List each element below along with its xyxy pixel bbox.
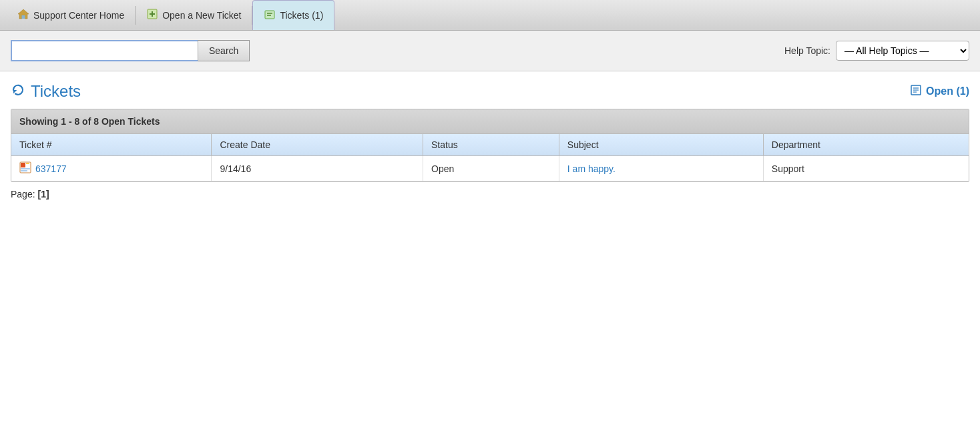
nav-open-new-ticket[interactable]: Open a New Ticket	[136, 0, 252, 30]
search-input[interactable]	[11, 40, 198, 61]
tickets-heading-row: Tickets Open (1)	[11, 82, 969, 101]
svg-rect-14	[21, 163, 25, 167]
nav-tickets-label: Tickets (1)	[280, 10, 323, 21]
search-form: Search	[11, 40, 250, 61]
home-icon	[17, 8, 29, 22]
help-topic-label: Help Topic:	[784, 45, 830, 56]
tickets-table-wrapper: Showing 1 - 8 of 8 Open Tickets Ticket #…	[11, 109, 969, 182]
main-content: Tickets Open (1) Showing 1 - 8 of 8 Open…	[0, 71, 980, 210]
ticket-number-cell: 637177	[11, 156, 212, 181]
page-indicator: Page: [1]	[11, 189, 969, 199]
table-summary: Showing 1 - 8 of 8 Open Tickets	[11, 109, 969, 134]
nav-home-label: Support Center Home	[33, 10, 124, 21]
col-status: Status	[423, 134, 559, 156]
col-subject: Subject	[559, 134, 763, 156]
svg-marker-8	[13, 90, 17, 93]
col-ticket-number: Ticket #	[11, 134, 212, 156]
open-badge[interactable]: Open (1)	[910, 84, 969, 99]
tickets-nav-icon	[264, 9, 276, 23]
svg-rect-17	[21, 170, 27, 171]
open-badge-icon	[910, 84, 922, 99]
ticket-number-link[interactable]: 637177	[19, 161, 203, 175]
svg-rect-1	[22, 15, 25, 19]
col-create-date: Create Date	[212, 134, 423, 156]
nav-new-ticket-label: Open a New Ticket	[162, 10, 241, 21]
ticket-status-cell: Open	[423, 156, 559, 181]
nav-tickets[interactable]: Tickets (1)	[252, 0, 334, 30]
ticket-department-cell: Support	[763, 156, 969, 181]
ticket-date-cell: 9/14/16	[212, 156, 423, 181]
tickets-table: Ticket # Create Date Status Subject Depa…	[11, 134, 969, 181]
nav-support-center-home[interactable]: Support Center Home	[7, 0, 135, 30]
ticket-row-icon	[19, 161, 31, 175]
tickets-title: Tickets	[31, 82, 81, 101]
svg-rect-5	[265, 11, 274, 19]
search-bar: Search Help Topic: — All Help Topics —	[0, 31, 980, 71]
page-label: Page:	[11, 189, 35, 199]
col-department: Department	[763, 134, 969, 156]
ticket-number-value: 637177	[35, 163, 67, 174]
help-topic-filter: Help Topic: — All Help Topics —	[784, 41, 969, 61]
refresh-icon[interactable]	[11, 83, 25, 101]
ticket-subject-link[interactable]: I am happy.	[567, 163, 616, 174]
svg-rect-15	[26, 163, 29, 164]
table-header-row: Ticket # Create Date Status Subject Depa…	[11, 134, 969, 156]
svg-rect-16	[21, 168, 30, 169]
help-topic-select[interactable]: — All Help Topics —	[836, 41, 969, 61]
top-navigation: Support Center Home Open a New Ticket Ti…	[0, 0, 980, 31]
search-button[interactable]: Search	[198, 40, 250, 61]
ticket-subject-cell: I am happy.	[559, 156, 763, 181]
page-current: [1]	[37, 189, 49, 199]
tickets-heading: Tickets	[11, 82, 81, 101]
new-ticket-icon	[146, 8, 158, 22]
open-badge-label: Open (1)	[926, 85, 969, 97]
ticket-subject-value: I am happy.	[567, 163, 616, 174]
table-row: 637177 9/14/16 Open I am happy. Support	[11, 156, 969, 181]
